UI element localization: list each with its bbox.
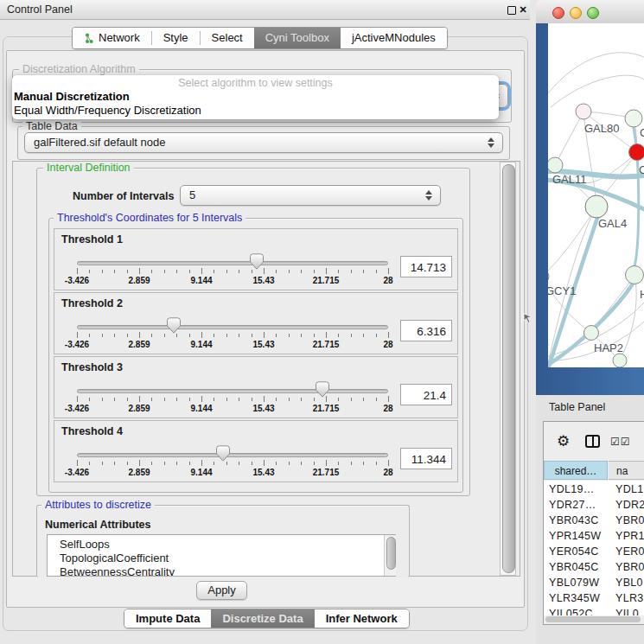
slider-tick: [351, 334, 352, 337]
slider-tick: [226, 462, 227, 465]
slider-tick: [351, 398, 352, 401]
apply-button[interactable]: Apply: [196, 581, 247, 600]
node-gal4[interactable]: [585, 195, 608, 218]
list-item[interactable]: TopologicalCoefficient: [48, 552, 395, 565]
slider-tick: [164, 462, 165, 465]
table-data-combobox[interactable]: galFiltered.sif default node: [24, 132, 503, 153]
threshold-value-field[interactable]: 14.713: [400, 256, 452, 277]
tab-discretize-data[interactable]: Discretize Data: [211, 609, 314, 628]
close-icon[interactable]: ✕: [518, 4, 528, 15]
tab-cyni-toolbox[interactable]: Cyni Toolbox: [254, 28, 341, 48]
threshold-slider-track[interactable]: [77, 261, 388, 265]
node-label: GA: [640, 126, 644, 139]
slider-tick: [151, 462, 152, 465]
slider-tick: [151, 270, 152, 273]
slider-tick: [102, 398, 103, 401]
node-gal11[interactable]: [548, 157, 563, 173]
node-gcy1[interactable]: [548, 270, 549, 284]
slider-tick: [189, 462, 190, 465]
mac-minimize-icon[interactable]: [570, 7, 582, 19]
slider-tick: [276, 462, 277, 465]
numerical-attributes-list[interactable]: SelfLoops TopologicalCoefficient Between…: [47, 534, 396, 577]
thresholds-group-label: Threshold's Coordinates for 5 Intervals: [54, 212, 245, 224]
split-columns-icon[interactable]: [585, 435, 600, 448]
threshold-slider-track[interactable]: [77, 453, 388, 457]
slider-tick: [139, 268, 140, 274]
dropdown-option-manual[interactable]: Manual Discretization: [14, 90, 130, 103]
list-scrollbar[interactable]: [384, 535, 396, 576]
slider-tick: [239, 462, 239, 465]
slider-tick: [226, 398, 227, 401]
tab-infer-network[interactable]: Infer Network: [315, 609, 409, 628]
column-header-shared-name[interactable]: shared…: [544, 461, 608, 480]
network-graph: GAL80 GA C GAL11 GAL4 H GCY1 HAP2: [548, 23, 644, 367]
slider-tick: [201, 268, 202, 274]
checkbox-columns-icon[interactable]: ☑☑: [610, 436, 631, 448]
tab-select[interactable]: Select: [201, 28, 254, 48]
vertical-scrollbar-thumb[interactable]: [502, 164, 515, 573]
slider-tick: [338, 398, 339, 401]
tab-network[interactable]: Network: [73, 28, 151, 48]
node-right-top[interactable]: [625, 110, 642, 127]
horizontal-scrollbar[interactable]: [545, 615, 642, 623]
threshold-slider-track[interactable]: [77, 389, 388, 393]
tab-impute-data[interactable]: Impute Data: [124, 609, 211, 628]
table-row[interactable]: YBR045CYBR0: [544, 559, 644, 575]
slider-tick: [89, 398, 90, 401]
slider-tick: [376, 398, 377, 401]
gear-icon[interactable]: ⚙: [557, 432, 570, 450]
node-red[interactable]: [629, 144, 644, 161]
mac-close-icon[interactable]: [552, 7, 564, 19]
threshold-slider-track[interactable]: [77, 325, 388, 329]
list-item[interactable]: SelfLoops: [48, 538, 395, 552]
slider-tick: [151, 398, 152, 401]
dropdown-option-equal-width[interactable]: Equal Width/Frequency Discretization: [14, 104, 201, 117]
slider-tick: [388, 268, 389, 274]
table-row[interactable]: YER054CYER0: [544, 544, 644, 559]
slider-tick: [326, 268, 327, 274]
combo-arrows-icon: [488, 137, 494, 148]
dropdown-prompt: Select algorithm to view settings: [12, 77, 499, 89]
slider-tick: [77, 268, 78, 274]
float-window-icon[interactable]: [507, 6, 516, 15]
tab-style[interactable]: Style: [152, 28, 200, 48]
table-row[interactable]: YDL19…YDL1: [544, 481, 644, 497]
table-row[interactable]: YBL079WYBL0: [544, 575, 644, 590]
interval-definition-label: Interval Definition: [43, 162, 134, 174]
list-item[interactable]: BetweennessCentrality: [48, 565, 395, 577]
horizontal-scrollbar-thumb[interactable]: [545, 616, 641, 622]
table-row[interactable]: YLR345WYLR3: [544, 590, 644, 606]
table-row[interactable]: YBR043CYBR0: [544, 513, 644, 528]
threshold-value-field[interactable]: 6.316: [400, 320, 452, 341]
mac-zoom-icon[interactable]: [587, 7, 599, 19]
number-of-intervals-combobox[interactable]: 5: [180, 185, 441, 206]
slider-tick: [139, 332, 140, 338]
node-right-mid[interactable]: [626, 266, 644, 284]
slider-tick: [201, 332, 202, 338]
table-row[interactable]: YDR27…YDR2: [544, 497, 644, 513]
slider-tick: [363, 462, 364, 465]
slider-tick: [239, 334, 239, 337]
network-window-titlebar[interactable]: [536, 0, 644, 24]
control-panel-titlebar[interactable]: Control Panel ✕: [0, 0, 530, 20]
node-bottom[interactable]: [613, 354, 627, 367]
node-label: C: [639, 163, 644, 176]
table-row[interactable]: YPR145WYPR1: [544, 528, 644, 544]
threshold-value-field[interactable]: 21.4: [400, 384, 452, 405]
table-rows[interactable]: YDL19…YDL1 YDR27…YDR2 YBR043CYBR0 YPR145…: [544, 481, 644, 615]
slider-tick: [77, 332, 78, 338]
node-gal80[interactable]: [576, 104, 591, 119]
table-row[interactable]: YIL052CYIL0: [544, 606, 644, 615]
slider-tick: [127, 334, 128, 337]
list-scrollbar-thumb[interactable]: [386, 537, 396, 570]
slider-tick: [114, 462, 115, 465]
vertical-scrollbar[interactable]: [500, 162, 516, 576]
threshold-value-field[interactable]: 11.344: [400, 448, 452, 469]
slider-tick: [376, 462, 377, 465]
slider-tick: [226, 270, 227, 273]
network-view[interactable]: GAL80 GA C GAL11 GAL4 H GCY1 HAP2: [548, 23, 644, 367]
slider-ticks: [77, 396, 388, 404]
tab-jactivemnodules[interactable]: jActiveMNodules: [341, 28, 447, 48]
node-hap2[interactable]: [584, 326, 599, 341]
column-header-name[interactable]: na: [609, 461, 644, 480]
